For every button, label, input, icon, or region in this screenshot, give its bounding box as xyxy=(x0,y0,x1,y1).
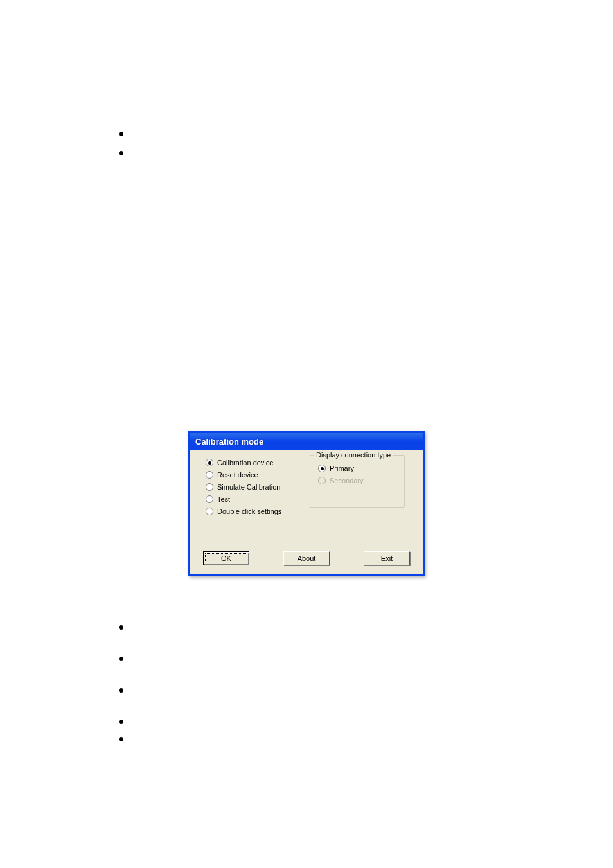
radio-reset-device[interactable]: Reset device xyxy=(206,471,281,479)
bullet-icon xyxy=(119,688,123,693)
dialog-title: Calibration mode xyxy=(195,437,263,447)
ok-button[interactable]: OK xyxy=(203,551,249,565)
radio-icon xyxy=(206,459,213,466)
radio-label: Reset device xyxy=(217,471,258,479)
radio-label: Primary xyxy=(330,465,354,472)
radio-icon xyxy=(206,483,213,491)
radio-icon xyxy=(206,508,213,515)
display-connection-groupbox: Display connection type Primary Secondar… xyxy=(310,455,405,508)
groupbox-title: Display connection type xyxy=(314,451,393,459)
radio-label: Simulate Calibration xyxy=(217,483,280,491)
groupbox-content: Primary Secondary xyxy=(310,456,404,498)
radio-calibration-device[interactable]: Calibration device xyxy=(206,459,281,466)
radio-label: Test xyxy=(217,495,230,503)
bullet-list-top xyxy=(119,132,123,170)
radio-icon xyxy=(318,465,326,472)
about-button[interactable]: About xyxy=(283,551,330,565)
radio-secondary: Secondary xyxy=(318,477,396,484)
mode-radio-group: Calibration device Reset device Simulate… xyxy=(206,459,281,520)
radio-double-click-settings[interactable]: Double click settings xyxy=(206,508,281,515)
dialog-body: Calibration device Reset device Simulate… xyxy=(190,450,423,574)
radio-simulate-calibration[interactable]: Simulate Calibration xyxy=(206,483,281,491)
dialog-button-row: OK About Exit xyxy=(203,551,410,565)
radio-label: Secondary xyxy=(330,477,364,484)
calibration-mode-dialog: Calibration mode Calibration device Rese… xyxy=(188,431,425,576)
bullet-icon xyxy=(119,657,123,661)
radio-label: Double click settings xyxy=(217,508,281,515)
bullet-icon xyxy=(119,132,123,136)
bullet-icon xyxy=(119,737,123,741)
exit-button[interactable]: Exit xyxy=(364,551,410,565)
radio-icon xyxy=(206,471,213,479)
dialog-titlebar[interactable]: Calibration mode xyxy=(190,433,423,450)
radio-test[interactable]: Test xyxy=(206,495,281,503)
radio-primary[interactable]: Primary xyxy=(318,465,396,472)
bullet-icon xyxy=(119,720,123,724)
radio-icon xyxy=(206,495,213,503)
radio-icon xyxy=(318,477,326,484)
bullet-list-bottom xyxy=(119,625,123,754)
radio-label: Calibration device xyxy=(217,459,273,466)
bullet-icon xyxy=(119,625,123,630)
bullet-icon xyxy=(119,151,123,155)
